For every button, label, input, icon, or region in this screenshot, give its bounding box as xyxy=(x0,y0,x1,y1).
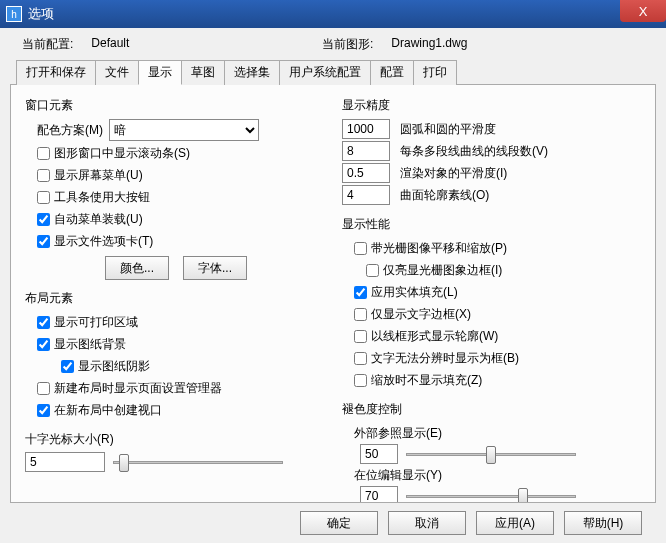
arc-input[interactable] xyxy=(342,119,390,139)
xref-fade-slider[interactable] xyxy=(406,444,576,464)
paper-bg-label[interactable]: 显示图纸背景 xyxy=(54,336,126,353)
render-input[interactable] xyxy=(342,163,390,183)
current-drawing-label: 当前图形: xyxy=(322,36,373,53)
scrollbar-label[interactable]: 图形窗口中显示滚动条(S) xyxy=(54,145,190,162)
scrollbar-checkbox[interactable] xyxy=(37,147,50,160)
zoom-fill-checkbox[interactable] xyxy=(354,374,367,387)
colors-button[interactable]: 颜色... xyxy=(105,256,169,280)
tab-panel-display: 窗口元素 配色方案(M) 暗 图形窗口中显示滚动条(S) 显 xyxy=(10,84,656,503)
inplace-fade-input[interactable] xyxy=(360,486,398,503)
group-title-layout-elements: 布局元素 xyxy=(25,290,324,307)
tab-1[interactable]: 文件 xyxy=(95,60,139,85)
color-scheme-label: 配色方案(M) xyxy=(37,122,103,139)
solid-fill-label[interactable]: 应用实体填充(L) xyxy=(371,284,458,301)
file-tabs-checkbox[interactable] xyxy=(37,235,50,248)
group-performance: 显示性能 带光栅图像平移和缩放(P) 仅亮显光栅图象边框(I) 应用实体填充(L… xyxy=(342,216,641,391)
solid-fill-checkbox[interactable] xyxy=(354,286,367,299)
big-buttons-checkbox[interactable] xyxy=(37,191,50,204)
dialog-footer: 确定 取消 应用(A) 帮助(H) xyxy=(10,503,656,535)
page-setup-label[interactable]: 新建布局时显示页面设置管理器 xyxy=(54,380,222,397)
text-frame-checkbox[interactable] xyxy=(354,308,367,321)
group-fade: 褪色度控制 外部参照显示(E) 在位编辑显示(Y) xyxy=(342,401,641,503)
tab-0[interactable]: 打开和保存 xyxy=(16,60,96,85)
page-setup-checkbox[interactable] xyxy=(37,382,50,395)
app-icon: h xyxy=(6,6,22,22)
window-title: 选项 xyxy=(28,5,54,23)
content-area: 当前配置: Default 当前图形: Drawing1.dwg 打开和保存文件… xyxy=(0,28,666,543)
wire-frame-checkbox[interactable] xyxy=(354,330,367,343)
text-box-label[interactable]: 文字无法分辨时显示为框(B) xyxy=(371,350,519,367)
close-button[interactable]: X xyxy=(620,0,666,22)
paper-bg-checkbox[interactable] xyxy=(37,338,50,351)
highlight-checkbox[interactable] xyxy=(366,264,379,277)
paper-shadow-label[interactable]: 显示图纸阴影 xyxy=(78,358,150,375)
tab-7[interactable]: 打印 xyxy=(413,60,457,85)
file-tabs-label[interactable]: 显示文件选项卡(T) xyxy=(54,233,153,250)
xref-fade-input[interactable] xyxy=(360,444,398,464)
current-drawing-value: Drawing1.dwg xyxy=(391,36,467,53)
group-title-window-elements: 窗口元素 xyxy=(25,97,324,114)
render-label: 渲染对象的平滑度(I) xyxy=(400,165,507,182)
wire-frame-label[interactable]: 以线框形式显示轮廓(W) xyxy=(371,328,498,345)
printable-checkbox[interactable] xyxy=(37,316,50,329)
group-title-fade: 褪色度控制 xyxy=(342,401,641,418)
screen-menu-label[interactable]: 显示屏幕菜单(U) xyxy=(54,167,143,184)
surface-input[interactable] xyxy=(342,185,390,205)
apply-button[interactable]: 应用(A) xyxy=(476,511,554,535)
current-config-label: 当前配置: xyxy=(22,36,73,53)
cancel-button[interactable]: 取消 xyxy=(388,511,466,535)
group-crosshair: 十字光标大小(R) xyxy=(25,431,324,472)
auto-menu-label[interactable]: 自动菜单装载(U) xyxy=(54,211,143,228)
auto-menu-checkbox[interactable] xyxy=(37,213,50,226)
ok-button[interactable]: 确定 xyxy=(300,511,378,535)
screen-menu-checkbox[interactable] xyxy=(37,169,50,182)
group-precision: 显示精度 圆弧和圆的平滑度 每条多段线曲线的线段数(V) 渲染对象的平滑度(I) xyxy=(342,97,641,206)
tab-strip: 打开和保存文件显示草图选择集用户系统配置配置打印 xyxy=(16,60,656,85)
arc-label: 圆弧和圆的平滑度 xyxy=(400,121,496,138)
crosshair-input[interactable] xyxy=(25,452,105,472)
group-title-precision: 显示精度 xyxy=(342,97,641,114)
text-box-checkbox[interactable] xyxy=(354,352,367,365)
surface-label: 曲面轮廓素线(O) xyxy=(400,187,489,204)
raster-checkbox[interactable] xyxy=(354,242,367,255)
crosshair-slider[interactable] xyxy=(113,452,283,472)
big-buttons-label[interactable]: 工具条使用大按钮 xyxy=(54,189,150,206)
polyline-label: 每条多段线曲线的线段数(V) xyxy=(400,143,548,160)
group-layout-elements: 布局元素 显示可打印区域 显示图纸背景 显示图纸阴影 xyxy=(25,290,324,421)
viewport-label[interactable]: 在新布局中创建视口 xyxy=(54,402,162,419)
inplace-fade-label: 在位编辑显示(Y) xyxy=(354,467,442,484)
left-column: 窗口元素 配色方案(M) 暗 图形窗口中显示滚动条(S) 显 xyxy=(25,95,324,492)
xref-fade-label: 外部参照显示(E) xyxy=(354,425,442,442)
titlebar: h 选项 X xyxy=(0,0,666,28)
polyline-input[interactable] xyxy=(342,141,390,161)
text-frame-label[interactable]: 仅显示文字边框(X) xyxy=(371,306,471,323)
tab-5[interactable]: 用户系统配置 xyxy=(279,60,371,85)
tab-3[interactable]: 草图 xyxy=(181,60,225,85)
close-icon: X xyxy=(639,4,648,19)
paper-shadow-checkbox[interactable] xyxy=(61,360,74,373)
inplace-fade-slider[interactable] xyxy=(406,486,576,503)
zoom-fill-label[interactable]: 缩放时不显示填充(Z) xyxy=(371,372,482,389)
fonts-button[interactable]: 字体... xyxy=(183,256,247,280)
raster-label[interactable]: 带光栅图像平移和缩放(P) xyxy=(371,240,507,257)
group-window-elements: 窗口元素 配色方案(M) 暗 图形窗口中显示滚动条(S) 显 xyxy=(25,97,324,280)
group-title-performance: 显示性能 xyxy=(342,216,641,233)
config-row: 当前配置: Default 当前图形: Drawing1.dwg xyxy=(10,34,656,59)
options-window: h 选项 X 当前配置: Default 当前图形: Drawing1.dwg … xyxy=(0,0,666,543)
viewport-checkbox[interactable] xyxy=(37,404,50,417)
tab-2[interactable]: 显示 xyxy=(138,60,182,85)
right-column: 显示精度 圆弧和圆的平滑度 每条多段线曲线的线段数(V) 渲染对象的平滑度(I) xyxy=(342,95,641,492)
crosshair-title: 十字光标大小(R) xyxy=(25,431,324,448)
tab-4[interactable]: 选择集 xyxy=(224,60,280,85)
current-config-value: Default xyxy=(91,36,129,53)
help-button[interactable]: 帮助(H) xyxy=(564,511,642,535)
tab-6[interactable]: 配置 xyxy=(370,60,414,85)
highlight-label[interactable]: 仅亮显光栅图象边框(I) xyxy=(383,262,502,279)
color-scheme-select[interactable]: 暗 xyxy=(109,119,259,141)
printable-label[interactable]: 显示可打印区域 xyxy=(54,314,138,331)
